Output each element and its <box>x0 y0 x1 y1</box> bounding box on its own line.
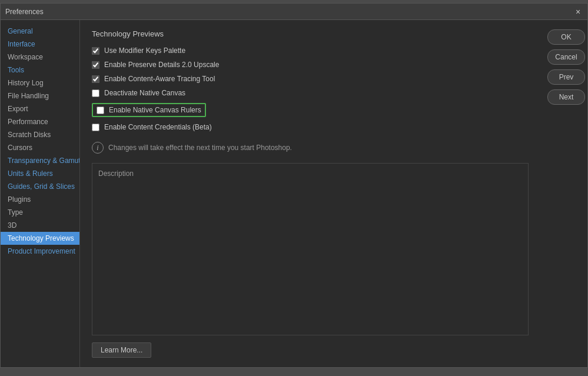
sidebar-item-cursors[interactable]: Cursors <box>1 141 79 154</box>
sidebar-item-transparency-gamut[interactable]: Transparency & Gamut <box>1 154 79 167</box>
sidebar-item-scratch-disks[interactable]: Scratch Disks <box>1 128 79 141</box>
sidebar-item-performance[interactable]: Performance <box>1 115 79 128</box>
ok-button[interactable]: OK <box>547 29 585 45</box>
sidebar-item-product-improvement[interactable]: Product Improvement <box>1 245 79 258</box>
cancel-button[interactable]: Cancel <box>547 49 585 65</box>
checkbox-label-content-credentials[interactable]: Enable Content Credentials (Beta) <box>104 123 212 131</box>
close-button[interactable]: × <box>573 7 583 16</box>
sidebar-item-tools[interactable]: Tools <box>1 64 79 76</box>
sidebar-item-general[interactable]: General <box>1 25 79 38</box>
checkbox-preserve-details[interactable] <box>92 61 99 69</box>
checkbox-row-preserve-details: Enable Preserve Details 2.0 Upscale <box>92 61 529 69</box>
next-button[interactable]: Next <box>547 89 585 105</box>
main-panel: Technology Previews Use Modifier Keys Pa… <box>80 20 540 367</box>
checkbox-deactivate-native[interactable] <box>92 89 99 97</box>
checkboxes-area: Use Modifier Keys PaletteEnable Preserve… <box>92 46 529 137</box>
learn-more-button[interactable]: Learn More... <box>92 342 151 358</box>
section-title: Technology Previews <box>92 29 529 38</box>
description-label: Description <box>98 169 522 178</box>
sidebar-item-workspace[interactable]: Workspace <box>1 51 79 64</box>
sidebar-item-export[interactable]: Export <box>1 102 79 115</box>
description-box: Description <box>92 163 529 335</box>
checkbox-label-modifier-keys[interactable]: Use Modifier Keys Palette <box>104 46 185 55</box>
sidebar: GeneralInterfaceWorkspaceToolsHistory Lo… <box>1 20 80 367</box>
sidebar-item-technology-previews[interactable]: Technology Previews <box>1 232 79 245</box>
sidebar-item-plugins[interactable]: Plugins <box>1 193 79 206</box>
info-text: Changes will take effect the next time y… <box>108 144 292 152</box>
checkbox-label-deactivate-native[interactable]: Deactivate Native Canvas <box>104 89 185 97</box>
checkbox-row-content-aware-tracing: Enable Content-Aware Tracing Tool <box>92 75 529 83</box>
prev-button[interactable]: Prev <box>547 69 585 85</box>
checkbox-label-native-canvas-rulers[interactable]: Enable Native Canvas Rulers <box>109 106 201 114</box>
sidebar-item-interface[interactable]: Interface <box>1 38 79 51</box>
checkbox-row-modifier-keys: Use Modifier Keys Palette <box>92 46 529 55</box>
title-bar: Preferences × <box>1 4 587 20</box>
checkbox-native-canvas-rulers[interactable] <box>97 107 104 114</box>
checkbox-row-content-credentials: Enable Content Credentials (Beta) <box>92 123 529 131</box>
checkbox-row-deactivate-native: Deactivate Native Canvas <box>92 89 529 97</box>
info-icon: i <box>92 142 104 154</box>
window-title: Preferences <box>5 8 44 16</box>
checkbox-content-credentials[interactable] <box>92 124 99 131</box>
sidebar-item-units-rulers[interactable]: Units & Rulers <box>1 167 79 180</box>
highlighted-checkbox-row-native-canvas-rulers: Enable Native Canvas Rulers <box>92 103 206 117</box>
sidebar-item-guides-grid-slices[interactable]: Guides, Grid & Slices <box>1 180 79 193</box>
preferences-window: Preferences × GeneralInterfaceWorkspaceT… <box>0 3 588 368</box>
sidebar-item-3d[interactable]: 3D <box>1 219 79 232</box>
content-area: GeneralInterfaceWorkspaceToolsHistory Lo… <box>1 20 587 367</box>
checkbox-label-content-aware-tracing[interactable]: Enable Content-Aware Tracing Tool <box>104 75 215 83</box>
sidebar-item-file-handling[interactable]: File Handling <box>1 89 79 102</box>
sidebar-item-type[interactable]: Type <box>1 206 79 219</box>
info-row: i Changes will take effect the next time… <box>92 142 529 154</box>
sidebar-item-history-log[interactable]: History Log <box>1 76 79 89</box>
checkbox-modifier-keys[interactable] <box>92 47 99 55</box>
right-buttons-panel: OK Cancel Prev Next <box>540 20 587 367</box>
checkbox-label-preserve-details[interactable]: Enable Preserve Details 2.0 Upscale <box>104 61 219 69</box>
checkbox-content-aware-tracing[interactable] <box>92 75 99 83</box>
